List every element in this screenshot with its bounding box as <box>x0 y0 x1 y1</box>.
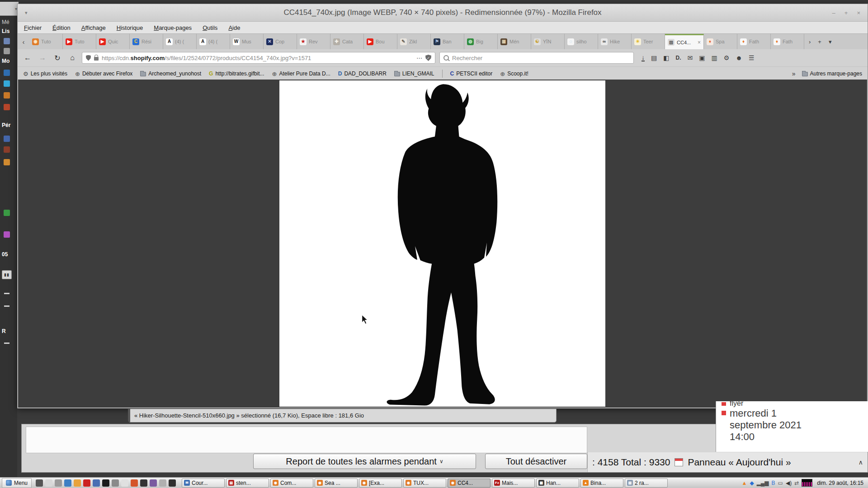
event-row[interactable]: mercredi 1 septembre 2021 14:00 <box>716 408 868 443</box>
tab[interactable]: ▧ CC4... × <box>665 34 704 49</box>
task-window-button[interactable]: ✉ Cour... <box>182 479 225 488</box>
task-window-button[interactable]: ▤ sten... <box>226 479 269 488</box>
launcher-icon[interactable] <box>74 479 81 487</box>
tab[interactable]: ◌ silho <box>565 34 598 49</box>
network-tray-icon[interactable]: ⇄ <box>794 480 799 486</box>
volume-tray-icon[interactable]: ◀) <box>786 480 792 486</box>
search-placeholder[interactable]: Rechercher <box>452 55 482 61</box>
clipboard-icon[interactable]: ▥ <box>711 55 717 61</box>
display-tray-icon[interactable]: ▭ <box>778 480 783 486</box>
launcher-icon[interactable] <box>112 479 119 487</box>
url-bar[interactable]: https://cdn.shopify.com/s/files/1/2524/0… <box>82 52 435 64</box>
task-window-button[interactable]: ◉ [Exa... <box>359 479 402 488</box>
extension-icon[interactable]: D. <box>675 55 681 61</box>
menu-item[interactable]: Édition <box>52 24 71 31</box>
page-actions-overflow-icon[interactable]: ⋯ <box>416 55 422 61</box>
launcher-icon[interactable] <box>150 479 157 487</box>
tab[interactable]: ☯ YÏN <box>531 34 565 49</box>
tab-close-icon[interactable]: × <box>698 39 701 46</box>
task-window-button[interactable]: ◉ Sea ... <box>315 479 358 488</box>
menu-item[interactable]: Outils <box>203 24 217 31</box>
disable-all-button[interactable]: Tout désactiver <box>485 454 587 469</box>
menu-item[interactable]: Aide <box>228 24 240 31</box>
tab[interactable]: A (4) ( <box>197 34 230 49</box>
tab[interactable]: ✎ Zikl <box>397 34 431 49</box>
tab[interactable]: ◉ Tuto <box>29 34 63 49</box>
tab[interactable]: ▶ Bou <box>364 34 397 49</box>
launcher-icon[interactable] <box>64 479 71 487</box>
tab-scroll-right-icon[interactable]: › <box>809 38 811 45</box>
signal-tray-icon[interactable]: ▂▄▆ <box>757 480 769 486</box>
tab[interactable]: W Mus <box>230 34 264 49</box>
tab[interactable]: ∞ Hike <box>598 34 632 49</box>
titlebar[interactable]: ▾ CC4154_740x.jpg (Image WEBP, 740 × 740… <box>18 4 868 22</box>
maximize-button[interactable]: + <box>844 9 848 16</box>
mail-icon[interactable]: ✉ <box>687 55 693 61</box>
bookmark-item[interactable]: ⊕ Atelier Pure Data D... <box>272 70 330 77</box>
bluetooth-tray-icon[interactable]: B <box>772 480 775 486</box>
tab[interactable]: ♦ Fath <box>771 34 804 49</box>
tab[interactable]: ▦ Mén <box>498 34 531 49</box>
url-text[interactable]: https://cdn.shopify.com/s/files/1/2524/0… <box>102 55 413 61</box>
other-bookmarks[interactable]: Autres marque-pages <box>802 70 862 77</box>
app-menu-icon[interactable]: ☰ <box>749 55 755 61</box>
bookmark-item[interactable]: ⊕ Scoop.it! <box>500 70 528 77</box>
launcher-icon[interactable] <box>159 479 166 487</box>
tab[interactable]: C Rési <box>130 34 163 49</box>
list-all-tabs-icon[interactable]: ▾ <box>829 38 832 45</box>
vlc-tray-icon[interactable]: ▲ <box>742 480 747 486</box>
bookmark-item[interactable]: LIEN_GMAIL <box>394 70 434 77</box>
task-window-button[interactable]: ◉ Com... <box>270 479 313 488</box>
reload-button[interactable]: ↻ <box>52 54 63 62</box>
task-window-button[interactable]: ▲ Bina... <box>580 479 623 488</box>
task-window-button[interactable]: Fz Mais... <box>492 479 535 488</box>
close-button[interactable]: × <box>857 9 860 16</box>
download-icon[interactable]: ↓ <box>642 54 645 61</box>
new-tab-button[interactable]: + <box>818 38 821 45</box>
tab[interactable]: ▶ Quic <box>96 34 130 49</box>
shield-tray-icon[interactable]: ◆ <box>750 480 754 486</box>
gear-icon[interactable]: ⚙ <box>724 55 730 61</box>
minimize-button[interactable]: – <box>832 9 835 16</box>
launcher-icon[interactable] <box>36 479 43 487</box>
task-window-button[interactable]: ▧ 2 ra... <box>625 479 668 488</box>
bookmark-item[interactable]: G http://bitrates.gifbit... <box>209 70 264 77</box>
search-bar[interactable]: Rechercher <box>439 52 634 64</box>
back-button[interactable]: ← <box>22 54 33 62</box>
save-icon[interactable]: ▣ <box>699 55 705 61</box>
bookmarks-overflow-icon[interactable]: » <box>792 70 796 77</box>
library-icon[interactable]: ▤ <box>651 55 657 61</box>
task-window-button[interactable]: ◉ TUX... <box>403 479 446 488</box>
tab[interactable]: ☀ Teer <box>632 34 665 49</box>
bookmark-item[interactable]: C PETSCII editor <box>450 70 493 77</box>
bookmark-item[interactable] <box>442 70 443 78</box>
viewed-image[interactable] <box>279 80 605 407</box>
launcher-icon[interactable] <box>102 479 109 487</box>
tab[interactable]: ♦ Fath <box>737 34 771 49</box>
task-window-button[interactable]: ▦ Han... <box>536 479 579 488</box>
spectrum-analyzer-icon[interactable] <box>802 479 812 487</box>
launcher-icon[interactable] <box>169 479 176 487</box>
lock-icon[interactable] <box>94 57 99 61</box>
forward-button[interactable]: → <box>37 54 48 62</box>
shade-button[interactable]: ▾ <box>25 10 28 16</box>
launcher-icon[interactable] <box>140 479 147 487</box>
tab[interactable]: ⚑ Ban <box>431 34 464 49</box>
launcher-icon[interactable] <box>45 479 52 487</box>
task-window-button[interactable]: ◉ CC4... <box>448 479 491 488</box>
menu-item[interactable]: Historique <box>117 24 143 31</box>
bookmark-item[interactable]: ⊕ Débuter avec Firefox <box>75 70 132 77</box>
bookmark-item[interactable]: D DAD_DOLIBARR <box>338 70 387 77</box>
tab[interactable]: ▶ Tuto <box>63 34 96 49</box>
launcher-icon[interactable] <box>93 479 100 487</box>
sidebar-icon[interactable]: ◧ <box>663 55 669 61</box>
clock[interactable]: dim. 29 août, 16:15 <box>817 480 863 486</box>
tab[interactable]: ◍ Big <box>464 34 498 49</box>
tab-scroll-left-icon[interactable]: ‹ <box>18 34 29 49</box>
account-icon[interactable]: ☻ <box>736 55 742 61</box>
tab[interactable]: ♦ Spa <box>704 34 737 49</box>
menu-item[interactable]: Marque-pages <box>154 24 192 31</box>
launcher-icon[interactable] <box>131 479 138 487</box>
tracking-protection-icon[interactable] <box>86 55 91 61</box>
tab[interactable]: ✕ Cop <box>264 34 297 49</box>
